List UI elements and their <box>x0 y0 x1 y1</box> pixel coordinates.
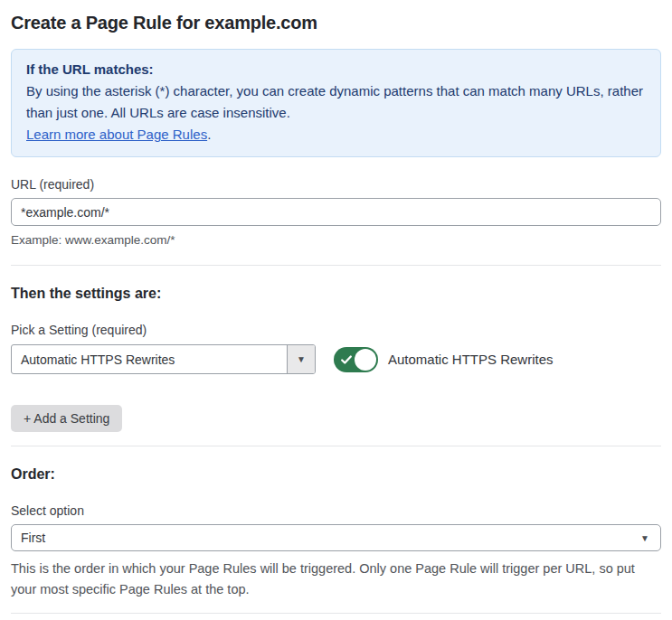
setting-select-caret-button[interactable]: ▼ <box>287 345 315 373</box>
info-box-heading: If the URL matches: <box>26 59 646 80</box>
caret-down-icon: ▼ <box>297 354 306 364</box>
order-helper-text: This is the order in which your Page Rul… <box>11 559 644 600</box>
order-select-value: First <box>21 531 640 545</box>
learn-more-link[interactable]: Learn more about Page Rules <box>26 127 207 142</box>
check-icon <box>340 353 353 366</box>
https-rewrites-toggle-group: Automatic HTTPS Rewrites <box>334 347 554 372</box>
setting-select[interactable]: Automatic HTTPS Rewrites ▼ <box>11 344 316 374</box>
settings-section-heading: Then the settings are: <box>11 285 661 303</box>
divider <box>11 265 661 266</box>
https-rewrites-toggle[interactable] <box>334 347 378 372</box>
toggle-label: Automatic HTTPS Rewrites <box>388 352 554 367</box>
url-example-helper: Example: www.example.com/* <box>11 232 661 249</box>
setting-select-value: Automatic HTTPS Rewrites <box>12 345 287 373</box>
divider <box>11 446 661 446</box>
order-select-label: Select option <box>11 503 661 519</box>
order-section-heading: Order: <box>11 465 661 484</box>
url-field-label: URL (required) <box>11 177 661 193</box>
pick-setting-label: Pick a Setting (required) <box>11 323 661 338</box>
caret-down-icon: ▼ <box>640 533 649 543</box>
url-input[interactable] <box>11 198 661 226</box>
link-suffix: . <box>207 127 211 142</box>
toggle-knob <box>355 349 376 371</box>
create-page-rule-form: Create a Page Rule for example.com If th… <box>0 0 672 620</box>
page-title: Create a Page Rule for example.com <box>11 11 661 34</box>
url-matches-info-box: If the URL matches: By using the asteris… <box>11 49 661 157</box>
info-box-link-line: Learn more about Page Rules. <box>26 124 646 146</box>
setting-picker-row: Automatic HTTPS Rewrites ▼ Automatic HTT… <box>11 344 661 374</box>
add-setting-button[interactable]: + Add a Setting <box>11 405 122 432</box>
divider <box>11 613 661 614</box>
order-select[interactable]: First ▼ <box>11 524 661 551</box>
info-box-body: By using the asterisk (*) character, you… <box>26 80 646 124</box>
